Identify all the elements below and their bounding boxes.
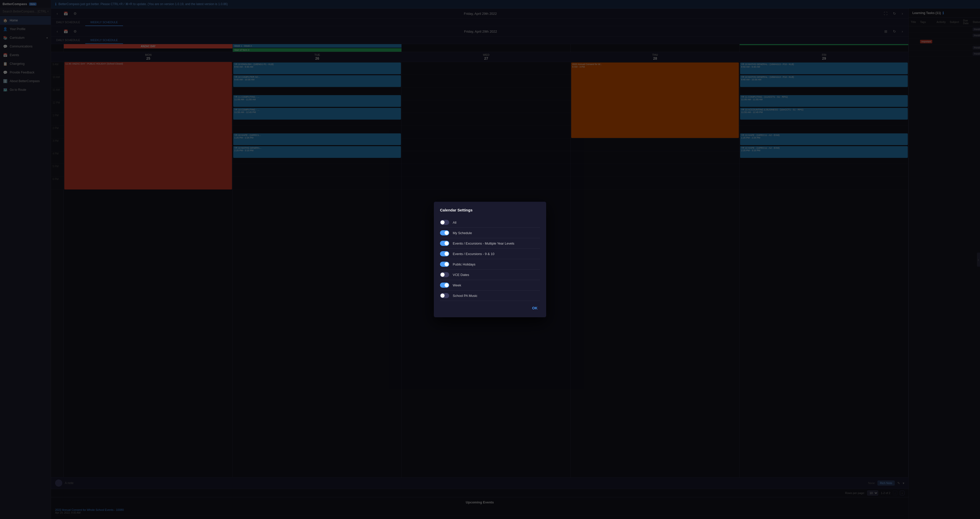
toggle-row-events-multi: Events / Excursions - Multiple Year Leve… (440, 238, 540, 249)
toggle-vce-dates[interactable] (440, 272, 449, 277)
toggle-school-pa-music[interactable] (440, 293, 449, 298)
toggle-public-holidays[interactable] (440, 262, 449, 267)
modal-footer: OK (440, 305, 540, 311)
toggle-label-week: Week (453, 283, 461, 287)
toggle-my-schedule[interactable] (440, 230, 449, 235)
modal-title: Calendar Settings (440, 208, 540, 212)
toggle-label-events-multi: Events / Excursions - Multiple Year Leve… (453, 241, 514, 245)
toggle-row-my-schedule: My Schedule (440, 228, 540, 238)
toggle-label-events-9-10: Events / Excursions - 9 & 10 (453, 252, 494, 256)
toggle-row-all: All (440, 217, 540, 228)
toggle-label-my-schedule: My Schedule (453, 231, 472, 235)
toggle-row-school-pa-music: School PA Music (440, 290, 540, 301)
modal-ok-button[interactable]: OK (530, 305, 540, 311)
modal-overlay[interactable]: Calendar Settings All My Schedule Events… (0, 0, 980, 519)
calendar-settings-modal: Calendar Settings All My Schedule Events… (434, 202, 546, 317)
toggle-row-events-9-10: Events / Excursions - 9 & 10 (440, 249, 540, 259)
toggle-row-week: Week (440, 280, 540, 290)
toggle-label-all: All (453, 221, 456, 224)
toggle-row-vce-dates: VCE Dates (440, 270, 540, 280)
toggle-label-school-pa-music: School PA Music (453, 294, 477, 298)
toggle-row-public-holidays: Public Holidays (440, 259, 540, 270)
toggle-week[interactable] (440, 283, 449, 288)
toggle-label-vce-dates: VCE Dates (453, 273, 469, 277)
toggle-events-multi[interactable] (440, 241, 449, 246)
toggle-all[interactable] (440, 220, 449, 225)
toggle-label-public-holidays: Public Holidays (453, 262, 476, 266)
toggle-events-9-10[interactable] (440, 251, 449, 256)
